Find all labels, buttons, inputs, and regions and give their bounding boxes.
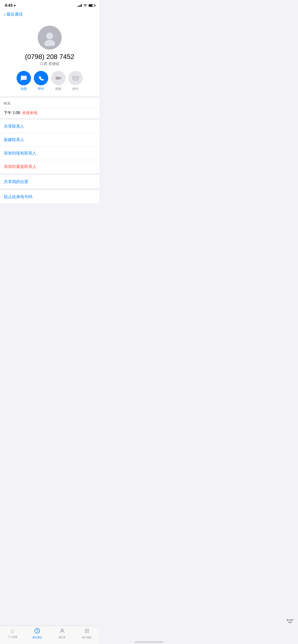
- share-contact-label: 共享联系人: [4, 124, 24, 129]
- video-button: [51, 71, 66, 85]
- back-label: 最近通话: [7, 12, 23, 17]
- svg-rect-2: [56, 77, 60, 80]
- back-chevron-icon: ‹: [4, 12, 6, 17]
- new-contact-label: 新建联系人: [4, 138, 24, 142]
- call-status: 未接来电: [22, 110, 37, 116]
- section-divider-4: [0, 188, 99, 190]
- time-display: 4:43: [5, 3, 13, 8]
- call-label: 呼叫: [38, 87, 44, 91]
- add-emergency-label: 添加到紧急联系人: [4, 164, 37, 169]
- location-section: 共享我的位置: [0, 175, 99, 188]
- status-time: 4:43 ➤: [5, 3, 16, 8]
- share-contact-item[interactable]: 共享联系人: [0, 120, 99, 133]
- phone-number: (0798) 208 7452: [25, 53, 74, 60]
- action-buttons: 信息 呼叫 视频: [17, 71, 83, 91]
- battery-icon: [89, 4, 95, 7]
- contact-actions-section: 共享联系人 新建联系人 添加到现有联系人 添加到紧急联系人: [0, 120, 99, 173]
- avatar: [38, 26, 62, 50]
- call-action[interactable]: 呼叫: [34, 71, 48, 91]
- mail-label: 邮件: [72, 87, 79, 91]
- recent-calls-section: 昨天 下午 1:08 未接来电: [0, 98, 99, 118]
- back-button[interactable]: ‹ 最近通话: [4, 12, 23, 17]
- status-icons: [77, 4, 95, 8]
- header: ‹ 最近通话: [0, 9, 99, 21]
- message-label: 信息: [21, 87, 27, 91]
- contact-card: (0798) 208 7452 江西 景德镇 信息 呼叫: [0, 21, 99, 96]
- block-section: 阻止此来电号码: [0, 190, 99, 204]
- date-label: 昨天: [4, 102, 95, 106]
- add-existing-label: 添加到现有联系人: [4, 151, 37, 156]
- wifi-icon: [83, 4, 87, 8]
- svg-point-0: [46, 32, 53, 39]
- svg-rect-3: [73, 76, 78, 80]
- section-divider-3: [0, 173, 99, 175]
- signal-icon: [77, 4, 82, 7]
- video-action: 视频: [51, 71, 66, 91]
- message-button[interactable]: [17, 71, 31, 85]
- mail-button: [68, 71, 83, 85]
- video-label: 视频: [55, 87, 61, 91]
- add-emergency-item[interactable]: 添加到紧急联系人: [0, 160, 99, 173]
- call-button[interactable]: [34, 71, 48, 85]
- block-number-label: 阻止此来电号码: [4, 194, 32, 199]
- call-row: 下午 1:08 未接来电: [4, 108, 95, 118]
- message-action[interactable]: 信息: [17, 71, 31, 91]
- block-number-item[interactable]: 阻止此来电号码: [0, 190, 99, 204]
- status-bar: 4:43 ➤: [0, 0, 99, 9]
- section-divider-5: [0, 204, 99, 205]
- new-contact-item[interactable]: 新建联系人: [0, 133, 99, 146]
- add-existing-item[interactable]: 添加到现有联系人: [0, 146, 99, 160]
- section-divider-2: [0, 118, 99, 120]
- share-location-label: 共享我的位置: [4, 180, 28, 184]
- section-divider-1: [0, 96, 99, 98]
- share-location-item[interactable]: 共享我的位置: [0, 175, 99, 188]
- svg-point-1: [44, 40, 55, 46]
- contact-location: 江西 景德镇: [40, 62, 59, 66]
- location-arrow-icon: ➤: [14, 4, 16, 7]
- call-time: 下午 1:08: [4, 110, 20, 116]
- mail-action: 邮件: [68, 71, 83, 91]
